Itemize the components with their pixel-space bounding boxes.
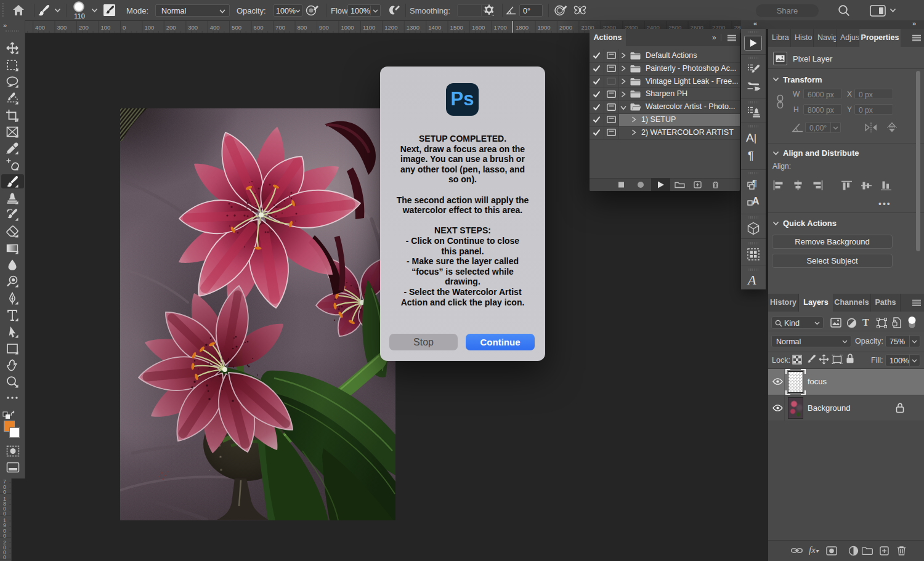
svg-text:400: 400 (210, 24, 220, 31)
svg-text:600: 600 (254, 24, 264, 31)
svg-text:400: 400 (35, 24, 45, 31)
svg-text:500: 500 (232, 24, 241, 31)
svg-text:0: 0 (3, 554, 6, 560)
svg-text:100: 100 (100, 24, 110, 31)
svg-text:200: 200 (79, 24, 89, 31)
svg-text:200: 200 (166, 24, 176, 31)
svg-text:1900: 1900 (538, 24, 551, 31)
svg-text:1000: 1000 (341, 24, 354, 31)
svg-text:800: 800 (298, 24, 307, 31)
svg-text:0: 0 (3, 489, 6, 495)
svg-text:1500: 1500 (450, 24, 463, 31)
svg-text:300: 300 (57, 24, 67, 31)
svg-text:1700: 1700 (494, 24, 507, 31)
svg-text:300: 300 (188, 24, 198, 31)
svg-text:700: 700 (275, 24, 285, 31)
svg-text:100: 100 (144, 24, 154, 31)
svg-text:0: 0 (3, 511, 6, 517)
svg-text:1600: 1600 (472, 24, 485, 31)
svg-text:1100: 1100 (363, 24, 375, 31)
svg-text:1300: 1300 (407, 24, 419, 31)
svg-text:900: 900 (319, 24, 329, 31)
svg-text:A: A (752, 196, 760, 206)
svg-text:1400: 1400 (428, 24, 441, 31)
svg-text:0: 0 (123, 24, 126, 31)
svg-text:0: 0 (3, 533, 6, 539)
svg-text:1800: 1800 (516, 24, 529, 31)
svg-text:1200: 1200 (384, 24, 397, 31)
